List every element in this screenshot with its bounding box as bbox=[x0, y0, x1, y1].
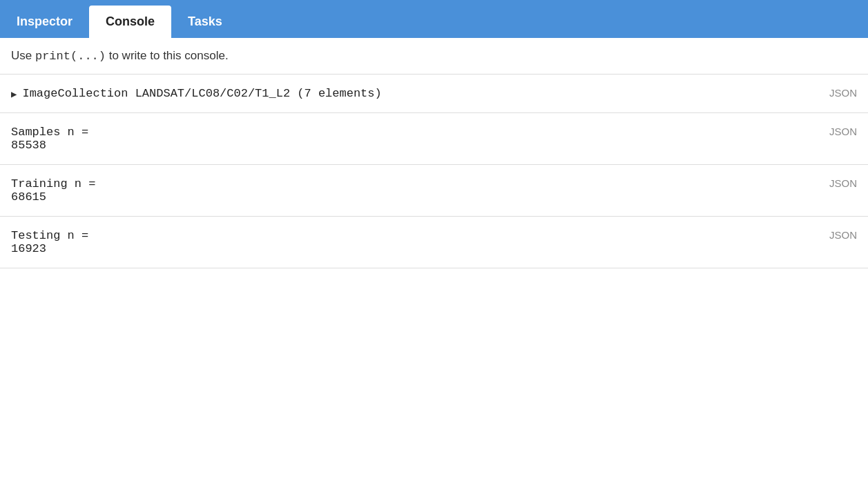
expand-arrow-icon[interactable]: ▶ bbox=[11, 88, 17, 100]
entry-line2-samples: 85538 bbox=[11, 139, 818, 152]
hint-row: Use print(...) to write to this console. bbox=[0, 38, 868, 75]
hint-code: print(...) bbox=[35, 50, 106, 63]
entry-multiline-samples: Samples n = 85538 bbox=[11, 126, 818, 152]
json-link-image-collection[interactable]: JSON bbox=[829, 87, 857, 99]
entry-line1-testing: Testing n = bbox=[11, 229, 818, 242]
entry-line2-testing: 16923 bbox=[11, 242, 818, 255]
tab-console[interactable]: Console bbox=[89, 6, 171, 38]
entry-text-image-collection: ImageCollection LANDSAT/LC08/C02/T1_L2 (… bbox=[22, 87, 818, 100]
console-entry-testing: Testing n = 16923 JSON bbox=[0, 217, 868, 268]
json-link-samples[interactable]: JSON bbox=[829, 126, 857, 137]
json-link-training[interactable]: JSON bbox=[829, 177, 857, 189]
entry-content-testing: Testing n = 16923 bbox=[11, 229, 818, 255]
hint-prefix: Use bbox=[11, 49, 35, 62]
entry-multiline-testing: Testing n = 16923 bbox=[11, 229, 818, 255]
entry-content-samples: Samples n = 85538 bbox=[11, 126, 818, 152]
entry-line1-samples: Samples n = bbox=[11, 126, 818, 139]
console-entry-samples: Samples n = 85538 JSON bbox=[0, 113, 868, 165]
console-entry-training: Training n = 68615 JSON bbox=[0, 165, 868, 217]
entry-content-training: Training n = 68615 bbox=[11, 177, 818, 204]
tab-inspector[interactable]: Inspector bbox=[0, 6, 89, 38]
tab-bar: Inspector Console Tasks bbox=[0, 0, 868, 38]
entry-line2-training: 68615 bbox=[11, 190, 818, 204]
console-entry-image-collection: ▶ ImageCollection LANDSAT/LC08/C02/T1_L2… bbox=[0, 75, 868, 113]
entry-content-image-collection: ▶ ImageCollection LANDSAT/LC08/C02/T1_L2… bbox=[11, 87, 818, 100]
console-body: Use print(...) to write to this console.… bbox=[0, 38, 868, 268]
json-link-testing[interactable]: JSON bbox=[829, 229, 857, 241]
entry-multiline-training: Training n = 68615 bbox=[11, 177, 818, 204]
entry-line1-training: Training n = bbox=[11, 177, 818, 190]
hint-suffix: to write to this console. bbox=[106, 49, 229, 62]
tab-tasks[interactable]: Tasks bbox=[171, 6, 239, 38]
